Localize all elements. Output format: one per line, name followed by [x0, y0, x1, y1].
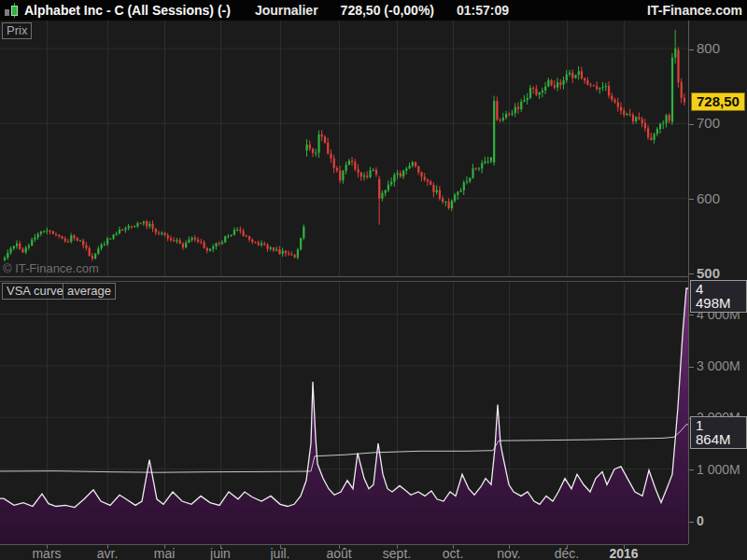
- price-axis-tick: 700: [689, 116, 747, 131]
- time-axis[interactable]: marsavr.maijuinjuil.aoûtsept.oct.nov.déc…: [0, 545, 688, 560]
- average-indicator-tag[interactable]: average: [63, 283, 116, 300]
- price-axis[interactable]: 800700600500: [689, 21, 747, 276]
- title-bar: Alphabet Inc - C (All Sessions) (-) Jour…: [0, 0, 747, 21]
- vsa-curve-indicator-tag[interactable]: VSA curve: [2, 283, 68, 300]
- chart-application-window: Alphabet Inc - C (All Sessions) (-) Jour…: [0, 0, 747, 560]
- volume-axis-tick: 0: [689, 513, 747, 528]
- volume-axis[interactable]: 4 000M3 000M2 000M1 000M0: [689, 282, 747, 544]
- price-axis-tick: 600: [689, 191, 747, 206]
- brand-label: IT-Finance.com: [647, 3, 742, 18]
- price-indicator-tag[interactable]: Prix: [2, 22, 32, 39]
- price-panel[interactable]: Prix © IT-Finance.com: [0, 21, 688, 276]
- time-axis-label: juil.: [270, 546, 289, 560]
- volume-axis-tick: 3 000M: [689, 358, 747, 373]
- timeframe-label[interactable]: Journalier: [255, 3, 318, 18]
- volume-axis-tick: 1 000M: [689, 462, 747, 477]
- price-chart[interactable]: [0, 21, 688, 276]
- time-axis-label: août: [326, 546, 351, 560]
- average-value-badge: 1 864M: [690, 416, 747, 449]
- time-axis-label: mai: [154, 546, 176, 560]
- vsa-value-badge: 4 498M: [690, 280, 747, 313]
- current-price-badge: 728,50: [691, 92, 745, 111]
- volume-chart[interactable]: [0, 282, 688, 544]
- time-axis-label: mars: [32, 546, 61, 560]
- volume-panel[interactable]: VSA curve average: [0, 282, 688, 544]
- candlestick-chart-icon: [3, 2, 21, 19]
- time-axis-label: avr.: [97, 546, 119, 560]
- last-price-change-label: 728,50 (-0,00%): [341, 3, 434, 18]
- panel-separator[interactable]: [0, 276, 688, 277]
- time-axis-label: 2016: [609, 546, 638, 560]
- time-axis-label: déc.: [555, 546, 579, 560]
- time-axis-label: sept.: [383, 546, 411, 560]
- watermark: © IT-Finance.com: [3, 261, 99, 275]
- clock-label: 01:57:09: [457, 3, 509, 18]
- instrument-title: Alphabet Inc - C (All Sessions) (-): [24, 3, 231, 18]
- time-axis-label: oct.: [443, 546, 464, 560]
- time-axis-label: juin: [210, 546, 231, 560]
- price-axis-tick: 500: [689, 266, 747, 281]
- price-axis-tick: 800: [689, 41, 747, 56]
- time-axis-label: nov.: [497, 546, 520, 560]
